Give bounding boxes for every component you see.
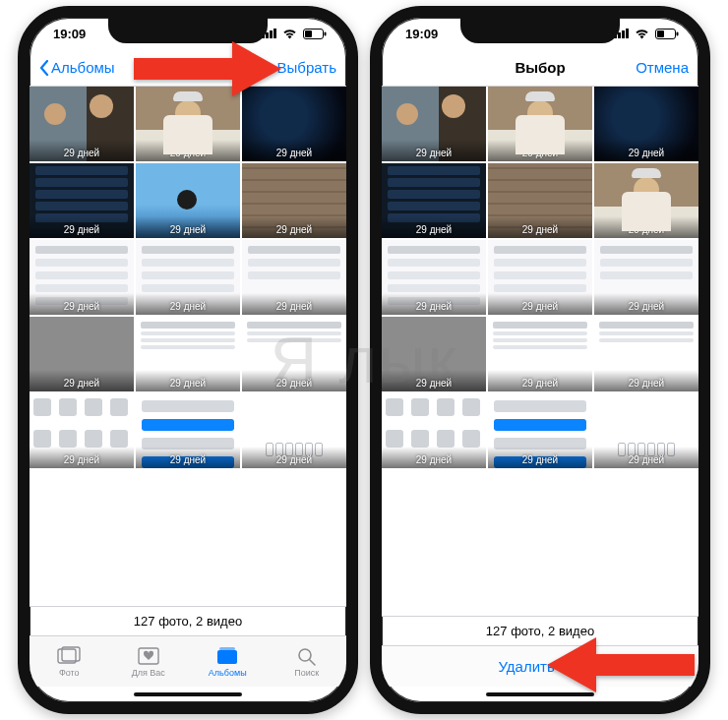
photo-thumbnail[interactable]: 29 дней (30, 163, 134, 238)
wifi-icon (635, 29, 649, 39)
photo-thumbnail[interactable]: 29 дней (136, 163, 240, 238)
comparison-stage: Я лык 19:09 Альбо (0, 0, 728, 720)
annotation-arrow-right (134, 41, 281, 96)
photo-grid[interactable]: 29 дней 29 дней 29 дней 29 дней 29 дней … (30, 87, 346, 606)
photo-thumbnail[interactable]: 29 дней (488, 317, 592, 391)
photo-thumbnail[interactable]: 29 дней (594, 240, 698, 315)
tab-search[interactable]: Поиск (268, 646, 347, 678)
photo-thumbnail[interactable]: 29 дней (136, 240, 240, 315)
tab-bar: Фото Для Вас Альбомы Поиск (30, 635, 346, 687)
status-time: 19:09 (405, 27, 438, 41)
svg-line-9 (309, 659, 315, 665)
photo-thumbnail[interactable]: 29 дней (136, 393, 240, 468)
svg-rect-7 (219, 647, 235, 650)
photo-thumbnail[interactable]: 29 дней (594, 163, 698, 238)
photo-thumbnail[interactable]: 29 дней (136, 87, 240, 161)
search-icon (295, 646, 319, 666)
svg-rect-12 (677, 31, 679, 35)
wifi-icon (282, 29, 297, 39)
notch (460, 18, 620, 43)
photo-thumbnail[interactable]: 29 дней (488, 240, 592, 315)
back-button[interactable]: Альбомы (39, 59, 115, 76)
photo-thumbnail[interactable]: 29 дней (30, 87, 134, 161)
tab-albums[interactable]: Альбомы (188, 646, 268, 678)
photo-thumbnail[interactable]: 29 дней (242, 87, 346, 161)
photos-icon (57, 646, 81, 666)
photo-thumbnail[interactable]: 29 дней (30, 317, 134, 391)
photo-thumbnail[interactable]: 29 дней (594, 87, 698, 161)
photo-thumbnail[interactable]: 29 дней (242, 317, 346, 391)
chevron-left-icon (39, 60, 49, 76)
photo-thumbnail[interactable]: 29 дней (382, 87, 486, 161)
item-count: 127 фото, 2 видео (30, 606, 346, 635)
photo-thumbnail[interactable]: 29 дней (488, 163, 592, 238)
photo-thumbnail[interactable]: 29 дней (382, 240, 486, 315)
tab-label: Для Вас (132, 668, 165, 678)
photo-thumbnail[interactable]: 29 дней (382, 393, 486, 468)
svg-marker-14 (232, 41, 281, 96)
device-right: 19:09 . Выбор Отмена 29 дней (370, 6, 710, 714)
tab-for-you[interactable]: Для Вас (109, 646, 189, 678)
photo-thumbnail[interactable]: 29 дней (382, 163, 486, 238)
svg-marker-16 (547, 637, 596, 692)
svg-rect-11 (657, 30, 664, 37)
status-time: 19:09 (53, 27, 86, 41)
cancel-button[interactable]: Отмена (636, 59, 689, 76)
annotation-arrow-left (547, 637, 695, 692)
select-button[interactable]: Выбрать (277, 59, 336, 76)
tab-label: Альбомы (209, 668, 247, 678)
photo-thumbnail[interactable]: 29 дней (136, 317, 240, 391)
battery-icon (655, 29, 679, 39)
photo-thumbnail[interactable]: 29 дней (30, 393, 134, 468)
photo-thumbnail[interactable]: 29 дней (488, 87, 592, 161)
photo-thumbnail[interactable]: 29 дней (594, 393, 698, 468)
photo-thumbnail[interactable]: 29 дней (242, 240, 346, 315)
back-label: Альбомы (51, 59, 115, 76)
svg-rect-13 (134, 58, 236, 80)
heart-icon (137, 646, 160, 666)
battery-icon (303, 29, 327, 39)
svg-rect-2 (325, 31, 327, 35)
photo-thumbnail[interactable]: 29 дней (242, 393, 346, 468)
svg-rect-1 (305, 30, 312, 37)
albums-icon (215, 646, 239, 666)
tab-label: Поиск (294, 668, 319, 678)
tab-label: Фото (59, 668, 80, 678)
svg-rect-15 (592, 654, 695, 676)
notch (108, 18, 268, 43)
photo-thumbnail[interactable]: 29 дней (242, 163, 346, 238)
photo-thumbnail[interactable]: 29 дней (488, 393, 592, 468)
nav-bar: . Выбор Отмена (382, 49, 698, 87)
svg-rect-6 (217, 650, 237, 664)
photo-thumbnail[interactable]: 29 дней (594, 317, 698, 391)
device-left: 19:09 Альбомы Н Выбрать (18, 6, 358, 714)
photo-thumbnail[interactable]: 29 дней (382, 317, 486, 391)
photo-grid[interactable]: 29 дней 29 дней 29 дней 29 дней 29 дней … (382, 87, 698, 616)
photo-thumbnail[interactable]: 29 дней (30, 240, 134, 315)
home-indicator[interactable] (30, 687, 346, 702)
tab-photos[interactable]: Фото (30, 646, 109, 678)
